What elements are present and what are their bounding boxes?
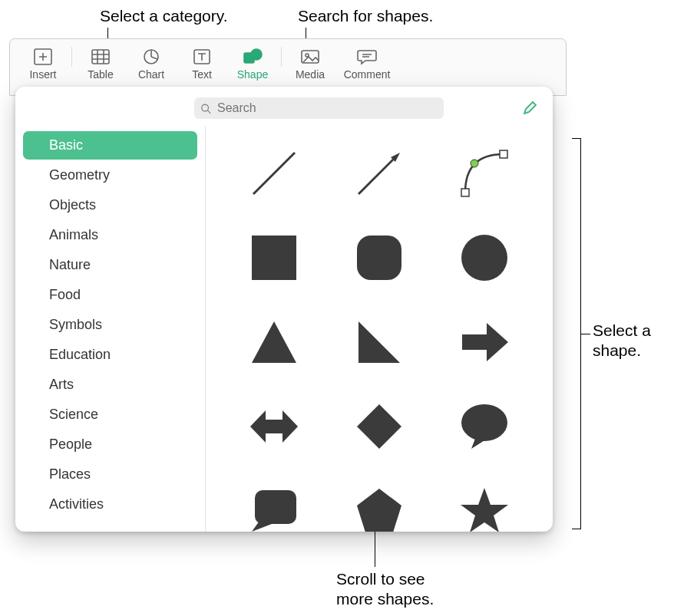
shape-arrow-right[interactable] — [438, 311, 530, 374]
insert-icon — [31, 47, 55, 67]
diamond-icon — [352, 400, 406, 453]
category-item-places[interactable]: Places — [23, 460, 197, 489]
category-item-nature[interactable]: Nature — [23, 251, 197, 279]
toolbar-table[interactable]: Table — [75, 47, 126, 81]
category-item-symbols[interactable]: Symbols — [23, 311, 197, 339]
callout-box-icon — [247, 484, 301, 532]
shape-rounded-square[interactable] — [334, 226, 425, 289]
svg-point-28 — [461, 235, 507, 281]
shape-arrow-line[interactable] — [334, 142, 425, 205]
comment-icon — [355, 47, 378, 67]
pentagon-icon — [352, 484, 406, 532]
category-item-basic[interactable]: Basic — [23, 131, 197, 160]
toolbar-label: Comment — [344, 68, 391, 81]
svg-marker-32 — [250, 410, 298, 443]
shape-circle[interactable] — [438, 226, 530, 289]
svg-rect-36 — [255, 490, 296, 524]
toolbar-label: Table — [88, 68, 113, 81]
shape-square[interactable] — [229, 226, 320, 289]
shape-curve[interactable] — [438, 142, 530, 205]
shape-popover: Basic Geometry Objects Animals Nature Fo… — [15, 87, 553, 532]
shape-double-arrow[interactable] — [229, 395, 320, 458]
table-icon — [89, 47, 112, 67]
shape-pentagon[interactable] — [334, 479, 425, 532]
pen-icon — [522, 100, 537, 116]
popover-header — [15, 87, 553, 127]
arrow-right-icon — [458, 315, 511, 369]
category-item-arts[interactable]: Arts — [23, 371, 197, 399]
svg-line-21 — [358, 157, 395, 194]
callout-select-shape: Select a shape. — [593, 321, 651, 361]
toolbar-chart[interactable]: Chart — [126, 47, 177, 81]
draw-pen-button[interactable] — [520, 99, 539, 117]
category-item-geometry[interactable]: Geometry — [23, 161, 197, 189]
toolbar-media[interactable]: Media — [285, 47, 335, 81]
triangle-icon — [247, 315, 301, 369]
svg-marker-33 — [357, 404, 401, 449]
category-item-people[interactable]: People — [23, 430, 197, 459]
svg-point-15 — [306, 54, 309, 57]
shape-diamond[interactable] — [334, 395, 425, 458]
svg-marker-30 — [358, 321, 400, 363]
double-arrow-icon — [247, 400, 301, 453]
shape-star[interactable] — [438, 479, 530, 532]
shape-triangle[interactable] — [229, 311, 320, 374]
line-icon — [247, 147, 301, 200]
svg-marker-38 — [357, 489, 401, 532]
media-icon — [299, 47, 322, 67]
shape-grid[interactable] — [206, 127, 553, 532]
category-item-objects[interactable]: Objects — [23, 191, 197, 219]
category-item-science[interactable]: Science — [23, 400, 197, 429]
shape-speech-bubble[interactable] — [438, 395, 530, 458]
svg-marker-29 — [252, 321, 296, 363]
rounded-square-icon — [352, 231, 406, 285]
curve-icon — [458, 147, 511, 200]
search-input[interactable] — [216, 100, 438, 116]
callout-search: Search for shapes. — [298, 6, 433, 26]
circle-icon — [458, 231, 511, 285]
svg-line-19 — [208, 110, 211, 114]
toolbar-label: Media — [296, 68, 325, 81]
callout-bracket — [572, 138, 581, 529]
toolbar-comment[interactable]: Comment — [335, 47, 398, 81]
svg-rect-26 — [252, 236, 296, 280]
toolbar-shape[interactable]: Shape — [227, 47, 278, 81]
search-icon — [200, 103, 211, 114]
search-box[interactable] — [194, 97, 444, 119]
svg-point-13 — [251, 49, 262, 60]
svg-rect-23 — [461, 189, 469, 196]
svg-line-20 — [253, 153, 295, 194]
square-icon — [247, 231, 301, 285]
category-item-animals[interactable]: Animals — [23, 221, 197, 249]
text-icon — [190, 47, 213, 67]
category-item-activities[interactable]: Activities — [23, 490, 197, 519]
chart-icon — [140, 47, 163, 67]
shape-right-triangle[interactable] — [334, 311, 425, 374]
toolbar-label: Shape — [237, 68, 268, 81]
svg-rect-27 — [357, 236, 401, 280]
toolbar-label: Text — [192, 68, 212, 81]
category-sidebar[interactable]: Basic Geometry Objects Animals Nature Fo… — [15, 127, 206, 532]
speech-bubble-icon — [458, 400, 511, 453]
svg-point-18 — [202, 104, 209, 111]
callout-category: Select a category. — [100, 6, 228, 26]
toolbar-label: Insert — [29, 68, 56, 81]
svg-rect-3 — [92, 50, 109, 64]
callout-line — [581, 334, 590, 334]
star-icon — [458, 484, 511, 532]
toolbar-insert[interactable]: Insert — [18, 47, 68, 81]
category-item-food[interactable]: Food — [23, 281, 197, 309]
toolbar-text[interactable]: Text — [177, 47, 227, 81]
toolbar-label: Chart — [138, 68, 164, 81]
shape-callout-box[interactable] — [229, 479, 320, 532]
svg-marker-39 — [461, 488, 508, 532]
shape-line[interactable] — [229, 142, 320, 205]
right-triangle-icon — [352, 315, 406, 369]
svg-point-34 — [461, 404, 507, 441]
svg-rect-24 — [500, 150, 507, 158]
svg-point-25 — [471, 160, 478, 167]
callout-scroll: Scroll to see more shapes. — [336, 569, 434, 610]
shape-icon — [241, 47, 264, 67]
svg-marker-31 — [462, 323, 508, 361]
category-item-education[interactable]: Education — [23, 341, 197, 369]
